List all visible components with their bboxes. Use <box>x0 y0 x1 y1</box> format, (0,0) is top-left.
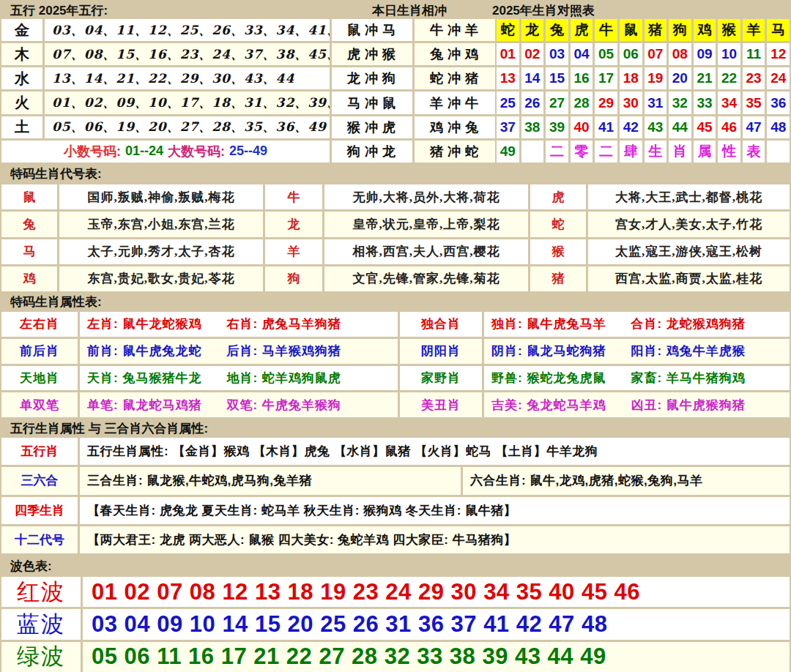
zodiac-number-cell: 04 <box>571 43 593 65</box>
wuxing-attr-label: 十二代号 <box>1 526 78 553</box>
zodiac-number-cell: 03 <box>546 43 568 65</box>
attr-value: 后肖: 马羊猴鸡狗猪 <box>226 343 341 359</box>
zodiac-codenames: 大将,大王,武士,都督,桃花 <box>588 184 790 209</box>
attr-group-label: 家野肖 <box>400 366 482 391</box>
zodiac-label: 牛 <box>265 184 322 209</box>
zodiac-number-cell: 46 <box>718 116 740 138</box>
zodiac-label: 蛇 <box>530 212 586 236</box>
seasons-content: 【春天生肖: 虎兔龙 夏天生肖: 蛇马羊 秋天生肖: 猴狗鸡 冬天生肖: 鼠牛猪… <box>80 497 790 524</box>
attr-group-label: 天地肖 <box>1 366 78 391</box>
wuxing-table: 金 03、04、11、12、25、26、33、34、41、42 木 07、08、… <box>1 19 330 163</box>
element-numbers: 13、14、21、22、29、30、43、44 <box>45 67 330 89</box>
green-wave-label: 绿波 <box>1 642 81 672</box>
big-number-label: 大数号码: <box>168 143 225 160</box>
zodiac-codenames: 皇帝,状元,皇帝,上帝,梨花 <box>324 212 528 236</box>
zodiac-number-cell: 零 <box>571 141 593 163</box>
attr-value: 地肖: 蛇羊鸡狗鼠虎 <box>226 370 341 387</box>
clash-cell: 鸡冲兔 <box>415 116 495 138</box>
zodiac-number-cell: 17 <box>595 67 617 89</box>
red-wave-numbers: 01 02 07 08 12 13 18 19 23 24 29 30 34 3… <box>83 577 790 607</box>
attr-value: 天肖: 兔马猴猪牛龙 <box>87 370 201 387</box>
blue-wave-numbers: 03 04 09 10 14 15 20 25 26 31 36 37 41 4… <box>83 609 790 639</box>
zodiac-header-cell: 马 <box>767 19 790 41</box>
zodiac-number-cell: 01 <box>497 43 519 65</box>
zodiac-number-cell: 06 <box>620 43 642 65</box>
zodiac-codenames: 国师,叛贼,神偷,叛贼,梅花 <box>59 184 263 209</box>
element-numbers: 07、08、15、16、23、24、37、38、45、46 <box>45 43 330 65</box>
attr-values: 天肖: 兔马猴猪牛龙 地肖: 蛇羊鸡狗鼠虎 <box>80 366 398 391</box>
zodiac-label: 龙 <box>265 212 322 236</box>
zodiac-number-cell: 属 <box>694 141 716 163</box>
attr-value: 双笔: 牛虎兔羊猴狗 <box>226 397 341 414</box>
zodiac-empty-cell <box>767 141 790 163</box>
clash-cell: 兔冲鸡 <box>415 43 495 65</box>
zodiac-number-cell: 27 <box>546 92 568 113</box>
zodiac-label: 虎 <box>530 184 586 209</box>
zodiac-number-cell: 23 <box>743 67 765 89</box>
attr-table: 左右肖 左肖: 鼠牛龙蛇猴鸡 右肖: 虎兔马羊狗猪 独合肖 独肖: 鼠牛虎兔马羊… <box>1 312 790 417</box>
zodiac-number-cell: 42 <box>620 116 642 138</box>
number-range-note: 小数号码: 01--24 大数号码: 25--49 <box>1 141 330 163</box>
zodiac-number-cell: 24 <box>767 67 790 89</box>
zodiac-number-cell: 22 <box>718 67 740 89</box>
attr-value: 前肖: 鼠牛虎兔龙蛇 <box>87 343 201 359</box>
zodiac-number-cell: 38 <box>521 116 544 138</box>
zodiac-table-title: 2025年生肖对照表 <box>492 1 595 19</box>
zodiac-header-cell: 狗 <box>669 19 691 41</box>
zodiac-label: 猪 <box>530 266 586 291</box>
red-wave-label: 红波 <box>1 577 81 607</box>
clash-cell: 鼠冲马 <box>332 19 412 41</box>
code-table-title: 特码生肖代号表: <box>10 165 102 182</box>
code-table: 鼠 国师,叛贼,神偷,叛贼,梅花 牛 无帅,大将,员外,大将,荷花 虎 大将,大… <box>1 184 790 291</box>
zodiac-codenames: 太子,元帅,秀才,太子,杏花 <box>59 239 263 264</box>
zodiac-number-cell: 44 <box>669 116 691 138</box>
zodiac-number-cell: 16 <box>571 67 593 89</box>
zodiac-header-cell: 兔 <box>546 19 568 41</box>
attr-group-label: 阴阳肖 <box>400 339 482 364</box>
zodiac-codenames: 西宫,太监,商贾,太监,桂花 <box>588 266 790 291</box>
zodiac-codenames: 相将,西宫,夫人,西宫,樱花 <box>324 239 528 264</box>
zodiac-number-cell: 37 <box>497 116 519 138</box>
attr-values: 独肖: 鼠牛虎兔马羊 合肖: 龙蛇猴鸡狗猪 <box>484 312 790 337</box>
zodiac-number-cell: 25 <box>497 92 519 113</box>
zodiac-codenames: 无帅,大将,员外,大将,荷花 <box>324 184 528 209</box>
zodiac-number-cell: 19 <box>645 67 667 89</box>
page: { "titles": { "wuxing_header": "五行 2025年… <box>0 0 791 672</box>
zodiac-number-cell: 31 <box>645 92 667 113</box>
element-numbers: 05、06、19、20、27、28、35、36、49 <box>45 116 330 138</box>
six-combination: 六合生肖: 鼠牛,龙鸡,虎猪,蛇猴,兔狗,马羊 <box>463 467 790 494</box>
clash-cell: 猪冲蛇 <box>415 141 495 163</box>
attr-values: 阴肖: 鼠龙马蛇狗猪 阳肖: 鸡兔牛羊虎猴 <box>484 339 790 364</box>
attr-value: 独肖: 鼠牛虎兔马羊 <box>491 316 606 332</box>
small-number-range: 01--24 <box>125 143 163 159</box>
zodiac-number-cell: 34 <box>718 92 740 113</box>
zodiac-number-cell: 18 <box>620 67 642 89</box>
triple-combination: 三合生肖: 鼠龙猴,牛蛇鸡,虎马狗,兔羊猪 <box>80 467 461 494</box>
attr-value: 左肖: 鼠牛龙蛇猴鸡 <box>87 316 201 332</box>
green-wave-numbers: 05 06 11 16 17 21 22 27 28 32 33 38 39 4… <box>83 642 790 672</box>
attr-group-label: 左右肖 <box>1 312 78 337</box>
zodiac-number-cell: 08 <box>669 43 691 65</box>
zodiac-number-cell: 二 <box>546 141 568 163</box>
wuxing-attr-table: 五行肖 五行生肖属性: 【金肖】猴鸡 【木肖】虎兔 【水肖】鼠猪 【火肖】蛇马 … <box>1 438 790 553</box>
zodiac-label: 兔 <box>1 212 57 236</box>
wuxing-attr-label: 三六合 <box>1 467 78 494</box>
zodiac-label: 马 <box>1 239 57 264</box>
attr-group-label: 美丑肖 <box>400 392 482 417</box>
zodiac-header-cell: 羊 <box>743 19 765 41</box>
zodiac-number-cell: 49 <box>497 141 519 163</box>
zodiac-number-cell: 40 <box>571 116 593 138</box>
attr-value: 吉美: 兔龙蛇马羊鸡 <box>491 397 606 414</box>
element-label: 水 <box>1 67 42 89</box>
clash-table: 鼠冲马 牛冲羊 虎冲猴 兔冲鸡 龙冲狗 蛇冲猪 马冲鼠 羊冲牛 猴冲虎 鸡冲兔 … <box>332 19 495 163</box>
element-label: 土 <box>1 116 42 138</box>
zodiac-number-cell: 21 <box>694 67 716 89</box>
zodiac-number-cell: 13 <box>497 67 519 89</box>
clash-cell: 马冲鼠 <box>332 92 412 113</box>
attr-value: 野兽: 猴蛇龙兔虎鼠 <box>491 370 606 387</box>
zodiac-number-cell: 肆 <box>620 141 642 163</box>
attr-value: 右肖: 虎兔马羊狗猪 <box>226 316 341 332</box>
wuxing-attr-label: 四季生肖 <box>1 497 78 524</box>
zodiac-label: 猴 <box>530 239 586 264</box>
attr-values: 左肖: 鼠牛龙蛇猴鸡 右肖: 虎兔马羊狗猪 <box>80 312 398 337</box>
